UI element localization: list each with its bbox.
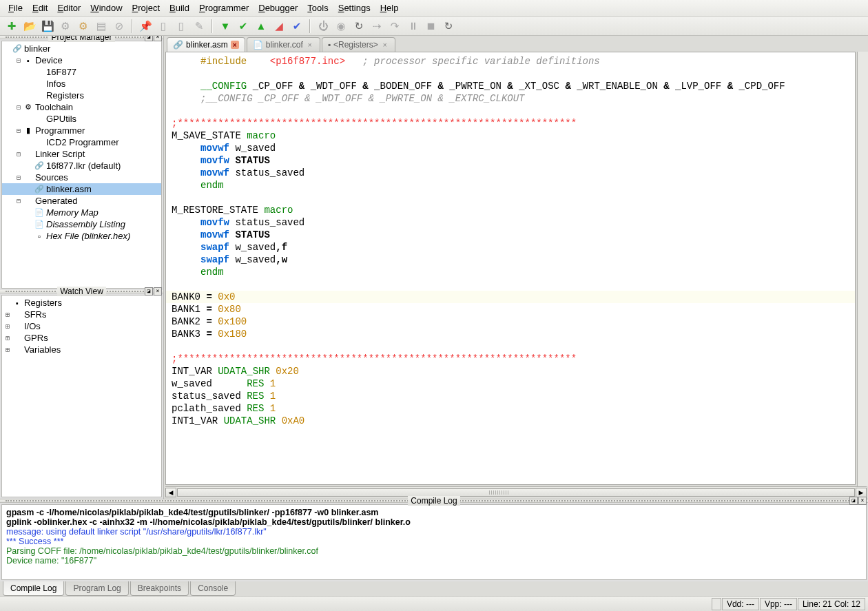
code-line[interactable]: pclath_saved RES 1 [166,402,855,415]
toolbar[interactable]: ✚📂💾⚙⚙▤⊘📌▯▯✎▼✔▲◢✔⏻◉↻⇢↷⏸⏹↻ [0,17,868,36]
tab-close-icon[interactable]: × [381,41,389,49]
tree-item[interactable]: ⊟⚙Toolchain [2,101,161,113]
bottom-tabs[interactable]: Compile LogProgram LogBreakpointsConsole [0,581,868,596]
new-file-icon[interactable]: ✚ [4,19,19,34]
undock-icon[interactable]: ◪ [145,36,153,41]
tree-item[interactable]: ⊟Generated [2,195,161,207]
code-line[interactable]: INT1_VAR UDATA_SHR 0xA0 [166,415,855,427]
code-line[interactable] [166,105,855,117]
code-line[interactable]: movwf STATUS [166,229,855,241]
tab-close-icon[interactable]: × [231,41,239,49]
gear-icon[interactable]: ⚙ [58,19,73,34]
stop2-icon[interactable]: ⏹ [423,19,438,34]
code-line[interactable]: BANK1 = 0x80 [166,303,855,315]
code-line[interactable]: ;__CONFIG _CP_OFF & _WDT_OFF & _PWRTE_ON… [166,92,855,105]
menu-tools[interactable]: Tools [303,1,332,14]
pause-icon[interactable]: ⏸ [405,19,420,34]
project-tree[interactable]: 🔗blinker⊟▪Device16F877InfosRegisters⊟⚙To… [1,41,162,289]
tree-item[interactable]: ⊞GPRs [2,332,161,344]
code-line[interactable]: w_saved RES 1 [166,377,855,390]
bottom-tab-breakpoints[interactable]: Breakpoints [130,581,189,596]
code-line[interactable]: movwf status_saved [166,167,855,179]
close-icon[interactable]: × [154,287,162,296]
check-icon[interactable]: ✔ [236,19,251,34]
erase-icon[interactable]: ◢ [271,19,287,34]
horizontal-scrollbar[interactable]: ◀ ▶ [165,486,867,497]
tree-item[interactable]: ⊟Linker Script [2,148,161,160]
watch-tree[interactable]: ▪Registers⊞SFRs⊞I/Os⊞GPRs⊞Variables [1,295,162,497]
compile-log[interactable]: gpasm -c -I/home/nicolas/piklab/piklab_k… [1,504,867,580]
open-file-icon[interactable]: 📂 [22,19,37,34]
code-line[interactable]: BANK3 = 0x180 [166,328,855,340]
tree-item[interactable]: 16F877 [2,66,161,78]
bottom-tab-console[interactable]: Console [190,581,236,596]
tree-item[interactable]: ⊞Variables [2,344,161,355]
reload-icon[interactable]: ↻ [351,19,366,34]
tree-item[interactable]: ▫Hex File (blinker.hex) [2,230,161,242]
tree-item[interactable]: Registers [2,90,161,101]
code-line[interactable]: BANK2 = 0x100 [166,315,855,328]
tree-item[interactable]: Infos [2,78,161,90]
bottom-tab-program-log[interactable]: Program Log [65,581,128,596]
reload2-icon[interactable]: ↻ [441,19,456,34]
tree-item[interactable]: GPUtils [2,113,161,125]
bottom-tab-compile-log[interactable]: Compile Log [3,581,64,596]
run-icon[interactable]: ▼ [218,19,233,34]
code-line[interactable]: endm [166,266,855,278]
tree-item[interactable]: 🔗blinker.asm [2,183,161,195]
menubar[interactable]: FileEditEditorWindowProjectBuildProgramm… [0,0,868,17]
menu-help[interactable]: Help [376,1,403,14]
undock-icon[interactable]: ◪ [849,497,858,505]
code-line[interactable]: __CONFIG _CP_OFF & _WDT_OFF & _BODEN_OFF… [166,80,855,92]
code-line[interactable] [166,278,855,291]
undock-icon[interactable]: ◪ [145,287,153,296]
tab-close-icon[interactable]: × [306,41,314,49]
tree-item[interactable]: 🔗blinker [2,43,161,54]
tree-item[interactable]: ⊟▪Device [2,54,161,66]
code-line[interactable]: movwf w_saved [166,142,855,154]
chip-icon[interactable]: ▯ [156,19,171,34]
tree-item[interactable]: ⊞I/Os [2,320,161,332]
tree-item[interactable]: 📄Memory Map [2,207,161,218]
power-icon[interactable]: ⏻ [316,19,331,34]
code-editor[interactable]: #include <p16f877.inc> ; processor speci… [165,52,856,485]
editor-tabs[interactable]: 🔗blinker.asm×📄blinker.cof×▪<Registers>× [164,36,868,52]
menu-window[interactable]: Window [86,1,126,14]
menu-settings[interactable]: Settings [334,1,375,14]
stop-icon[interactable]: ⊘ [112,19,127,34]
tree-item[interactable]: ICD2 Programmer [2,136,161,148]
tree-item[interactable]: 📄Disassembly Listing [2,218,161,230]
close-icon[interactable]: × [154,36,162,41]
code-line[interactable]: BANK0 = 0x0 [166,291,855,303]
menu-programmer[interactable]: Programmer [195,1,253,14]
config-icon[interactable]: ⚙ [76,19,91,34]
code-line[interactable]: movfw STATUS [166,154,855,167]
code-line[interactable] [166,68,855,80]
menu-edit[interactable]: Edit [28,1,52,14]
code-line[interactable] [166,340,855,353]
code-line[interactable]: INT_VAR UDATA_SHR 0x20 [166,365,855,377]
tab-blinker.asm[interactable]: 🔗blinker.asm× [167,37,245,52]
tree-item[interactable]: ▪Registers [2,297,161,309]
vertical-scrollbar[interactable] [857,52,868,486]
step-icon[interactable]: ↷ [387,19,402,34]
tree-item[interactable]: ⊟Sources [2,172,161,183]
verify-icon[interactable]: ✔ [289,19,304,34]
wand-icon[interactable]: ✎ [192,19,207,34]
menu-debugger[interactable]: Debugger [254,1,302,14]
menu-editor[interactable]: Editor [53,1,85,14]
chip2-icon[interactable]: ▯ [174,19,189,34]
code-line[interactable]: M_SAVE_STATE macro [166,130,855,142]
menu-build[interactable]: Build [165,1,194,14]
up-icon[interactable]: ▲ [254,19,269,34]
code-line[interactable]: movfw status_saved [166,216,855,229]
tab-blinker.cof[interactable]: 📄blinker.cof× [247,37,320,52]
scroll-left-icon[interactable]: ◀ [165,488,176,497]
code-line[interactable]: #include <p16f877.inc> ; processor speci… [166,55,855,68]
doc-icon[interactable]: ▤ [94,19,109,34]
code-line[interactable]: endm [166,179,855,191]
menu-project[interactable]: Project [128,1,164,14]
tab-registers[interactable]: ▪<Registers>× [322,37,395,52]
menu-file[interactable]: File [4,1,27,14]
tree-item[interactable]: 🔗16f877.lkr (default) [2,160,161,172]
